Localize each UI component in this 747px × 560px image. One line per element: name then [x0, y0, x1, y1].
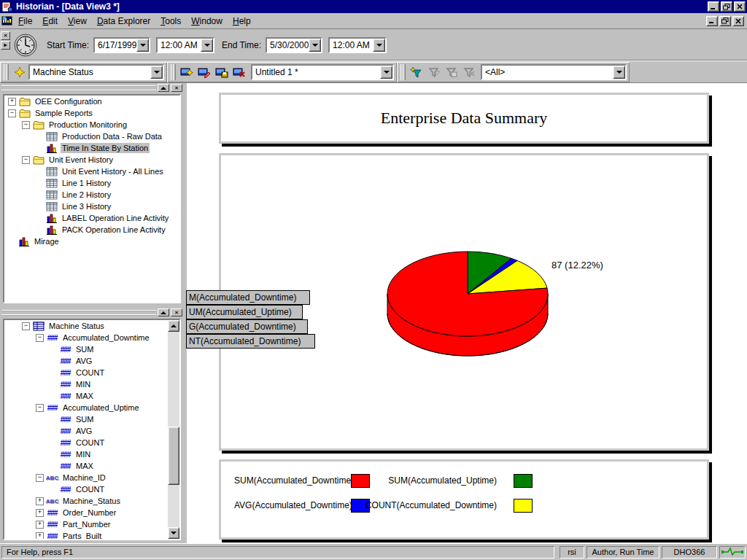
- tree-expander[interactable]: −: [22, 121, 30, 129]
- tree-item-time-in-state-by-station[interactable]: Time In State By Station: [4, 142, 179, 154]
- view-edit-icon[interactable]: [196, 64, 212, 80]
- tree-item-unit-event-history[interactable]: − Unit Event History: [4, 154, 179, 166]
- tree-item-production-data-raw-data[interactable]: Production Data - Raw Data: [4, 131, 179, 142]
- scrollbar-thumb[interactable]: [168, 427, 179, 485]
- close-button[interactable]: [734, 1, 746, 12]
- field-item-count[interactable]: ### COUNT: [4, 437, 179, 448]
- field-item-order-number[interactable]: +### Order_Number: [4, 507, 179, 518]
- pane-grip[interactable]: [1, 85, 156, 91]
- tree-item-label-operation-line-activity[interactable]: LABEL Operation Line Activity: [4, 212, 179, 224]
- tree-expander[interactable]: +: [36, 497, 44, 505]
- child-restore-button[interactable]: [719, 16, 731, 26]
- menu-data-explorer[interactable]: Data Explorer: [92, 14, 155, 28]
- field-item-parts-built[interactable]: +### Parts_Built: [4, 530, 179, 540]
- fields-pane-header[interactable]: ×: [0, 308, 184, 317]
- filter-edit-icon[interactable]: [426, 64, 442, 80]
- tree-expander[interactable]: −: [36, 474, 44, 482]
- toolbar-grip[interactable]: [171, 64, 176, 80]
- field-item-sum[interactable]: ### SUM: [4, 343, 179, 355]
- tree-item-mirage[interactable]: Mirage: [4, 236, 179, 247]
- tree-expander[interactable]: −: [36, 404, 44, 412]
- tree-item-oee-configuration[interactable]: + OEE Configuration: [4, 96, 179, 107]
- pane-collapse-button[interactable]: [158, 308, 169, 316]
- view-delete-icon[interactable]: [231, 64, 247, 80]
- child-close-button[interactable]: [732, 16, 744, 26]
- menu-window[interactable]: Window: [186, 14, 228, 28]
- menu-bar: FileEditViewData ExplorerToolsWindowHelp: [0, 13, 747, 29]
- view-save-icon[interactable]: [214, 64, 230, 80]
- tree-expander[interactable]: −: [36, 334, 44, 342]
- field-item-part-number[interactable]: +### Part_Number: [4, 518, 179, 530]
- dataset-combo[interactable]: Machine Status: [28, 64, 164, 80]
- filter-save-icon[interactable]: [444, 64, 460, 80]
- field-item-avg[interactable]: ### AVG: [4, 425, 179, 437]
- tree-expander[interactable]: +: [8, 98, 16, 106]
- chevron-down-icon[interactable]: [309, 39, 321, 52]
- toolbar-expand-button[interactable]: ▸: [1, 41, 10, 50]
- menu-file[interactable]: File: [13, 14, 37, 28]
- end-date-combo[interactable]: 5/30/2000: [266, 37, 322, 53]
- restore-button[interactable]: [721, 1, 732, 12]
- report-pane-header[interactable]: ×: [0, 83, 184, 93]
- tree-item-sample-reports[interactable]: − Sample Reports: [4, 107, 179, 119]
- chevron-down-icon[interactable]: [373, 39, 385, 52]
- chevron-down-icon[interactable]: [201, 39, 213, 52]
- minimize-button[interactable]: [708, 1, 719, 12]
- chevron-down-icon[interactable]: [613, 66, 625, 79]
- field-item-avg[interactable]: ### AVG: [4, 355, 179, 367]
- tree-item-pack-operation-line-activity[interactable]: PACK Operation Line Activity: [4, 224, 179, 236]
- view-new-icon[interactable]: [179, 64, 195, 80]
- chevron-down-icon[interactable]: [136, 39, 149, 52]
- scroll-down-button[interactable]: [168, 527, 179, 539]
- pane-close-button[interactable]: ×: [171, 308, 182, 316]
- filter-combo[interactable]: <All>: [481, 64, 627, 80]
- pane-collapse-button[interactable]: [158, 84, 169, 92]
- title-bar: Historian - [Data View3 *]: [0, 0, 747, 13]
- field-item-min[interactable]: ### MIN: [4, 448, 179, 460]
- field-item-machine-id[interactable]: −ABC Machine_ID: [4, 472, 179, 483]
- child-minimize-button[interactable]: [706, 16, 718, 26]
- field-item-max[interactable]: ### MAX: [4, 460, 179, 472]
- chevron-down-icon[interactable]: [380, 66, 392, 79]
- tree-item-line-1-history[interactable]: Line 1 History: [4, 177, 179, 189]
- field-item-accumulated-downtime[interactable]: −### Accumulated_Downtime: [4, 332, 179, 343]
- toolbar-grip[interactable]: [400, 64, 406, 80]
- field-item-machine-status[interactable]: +ABC Machine_Status: [4, 495, 179, 507]
- field-item-accumulated-uptime[interactable]: −### Accumulated_Uptime: [4, 402, 179, 413]
- clock-icon[interactable]: [12, 32, 39, 58]
- field-item-sum[interactable]: ### SUM: [4, 413, 179, 425]
- menu-help[interactable]: Help: [228, 14, 256, 28]
- menu-tools[interactable]: Tools: [155, 14, 186, 28]
- toolbar-grip[interactable]: [4, 64, 9, 80]
- view-combo[interactable]: Untitled 1 *: [251, 64, 394, 80]
- pane-close-button[interactable]: ×: [171, 84, 182, 92]
- menu-view[interactable]: View: [63, 14, 92, 28]
- field-item-count[interactable]: ### COUNT: [4, 483, 179, 495]
- pane-grip[interactable]: [1, 310, 156, 316]
- chevron-down-icon[interactable]: [150, 66, 163, 79]
- field-item-min[interactable]: ### MIN: [4, 378, 179, 390]
- filter-delete-icon[interactable]: [461, 64, 477, 80]
- tree-expander[interactable]: −: [8, 109, 16, 117]
- tree-expander[interactable]: −: [22, 156, 30, 164]
- tree-item-line-3-history[interactable]: Line 3 History: [4, 201, 179, 212]
- filter-new-icon[interactable]: [409, 64, 425, 80]
- field-item-max[interactable]: ### MAX: [4, 390, 179, 402]
- tree-item-unit-event-history-all-lines[interactable]: Unit Event History - All Lines: [4, 166, 179, 177]
- new-dataset-icon[interactable]: [12, 64, 28, 80]
- toolbar-close-button[interactable]: ×: [1, 31, 10, 40]
- tree-item-production-monitoring[interactable]: − Production Monitoring: [4, 119, 179, 131]
- tree-expander[interactable]: +: [36, 532, 44, 540]
- end-clock-combo[interactable]: 12:00 AM: [328, 37, 387, 53]
- vertical-scrollbar[interactable]: [168, 320, 179, 539]
- start-clock-combo[interactable]: 12:00 AM: [156, 37, 214, 53]
- field-item-count[interactable]: ### COUNT: [4, 367, 179, 378]
- tree-expander[interactable]: −: [22, 322, 30, 330]
- menu-edit[interactable]: Edit: [37, 14, 63, 28]
- start-date-combo[interactable]: 6/17/1999: [93, 37, 150, 53]
- tree-expander[interactable]: +: [36, 509, 44, 517]
- scroll-up-button[interactable]: [168, 320, 179, 332]
- tree-expander[interactable]: +: [36, 521, 44, 529]
- tree-item-line-2-history[interactable]: Line 2 History: [4, 189, 179, 201]
- field-item-machine-status[interactable]: − Machine Status: [4, 320, 179, 332]
